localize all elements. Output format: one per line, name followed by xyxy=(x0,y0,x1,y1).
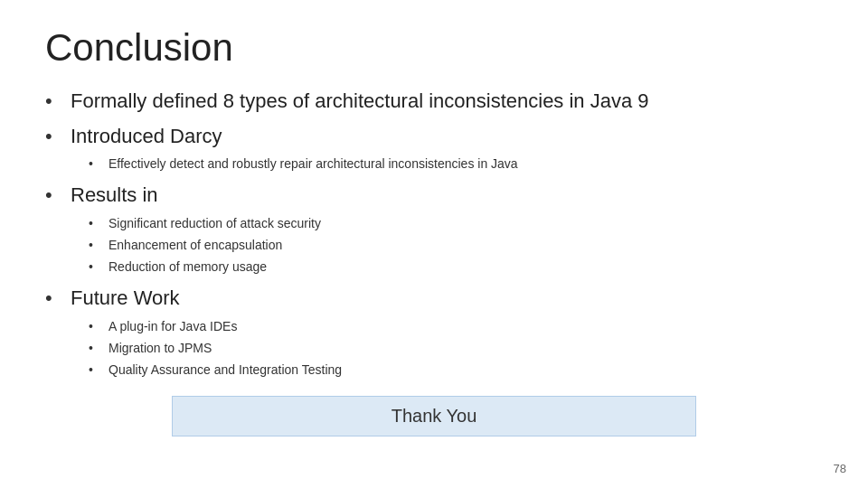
results-sub-3: Reduction of memory usage xyxy=(108,258,267,277)
list-item: • Introduced Darcy xyxy=(45,124,823,150)
list-item: • Future Work xyxy=(45,286,823,312)
list-item: • Quality Assurance and Integration Test… xyxy=(89,361,823,380)
list-item: • Enhancement of encapsulation xyxy=(89,236,823,255)
bullet-icon: • xyxy=(45,183,61,209)
future-sub-3: Quality Assurance and Integration Testin… xyxy=(108,361,342,380)
list-item: • Effectively detect and robustly repair… xyxy=(89,155,823,174)
thank-you-text: Thank You xyxy=(392,406,477,426)
list-item: • Significant reduction of attack securi… xyxy=(89,214,823,233)
bullet-icon: • xyxy=(45,124,61,150)
introduced-darcy-text: Introduced Darcy xyxy=(71,124,222,150)
sub-list: • Effectively detect and robustly repair… xyxy=(89,155,823,174)
results-sub-2: Enhancement of encapsulation xyxy=(108,236,282,255)
slide-content: • Formally defined 8 types of architectu… xyxy=(45,89,823,379)
future-sub-2: Migration to JPMS xyxy=(108,339,212,358)
sub-list: • A plug-in for Java IDEs • Migration to… xyxy=(89,317,823,380)
future-sub-1: A plug-in for Java IDEs xyxy=(108,317,237,336)
results-sub-1: Significant reduction of attack security xyxy=(108,214,321,233)
bullet-icon: • xyxy=(89,361,101,380)
page-number: 78 xyxy=(834,462,846,475)
bullet-icon: • xyxy=(89,258,101,277)
results-in-text: Results in xyxy=(71,183,158,209)
list-item: • Results in xyxy=(45,183,823,209)
bullet-icon: • xyxy=(89,317,101,336)
bullet-icon: • xyxy=(45,286,61,312)
bullet-icon: • xyxy=(89,214,101,233)
darcy-sub-text: Effectively detect and robustly repair a… xyxy=(108,155,518,174)
future-work-text: Future Work xyxy=(71,286,180,312)
bullet-icon: • xyxy=(45,89,61,115)
sub-list: • Significant reduction of attack securi… xyxy=(89,214,823,277)
thank-you-banner: Thank You xyxy=(172,396,696,436)
bullet-icon: • xyxy=(89,155,101,174)
list-item: • Migration to JPMS xyxy=(89,339,823,358)
slide-title: Conclusion xyxy=(45,27,823,69)
slide: Conclusion • Formally defined 8 types of… xyxy=(0,0,868,488)
list-item: • A plug-in for Java IDEs xyxy=(89,317,823,336)
formally-defined-text: Formally defined 8 types of architectura… xyxy=(71,89,649,115)
list-item: • Formally defined 8 types of architectu… xyxy=(45,89,823,115)
bullet-icon: • xyxy=(89,236,101,255)
list-item: • Reduction of memory usage xyxy=(89,258,823,277)
bullet-icon: • xyxy=(89,339,101,358)
